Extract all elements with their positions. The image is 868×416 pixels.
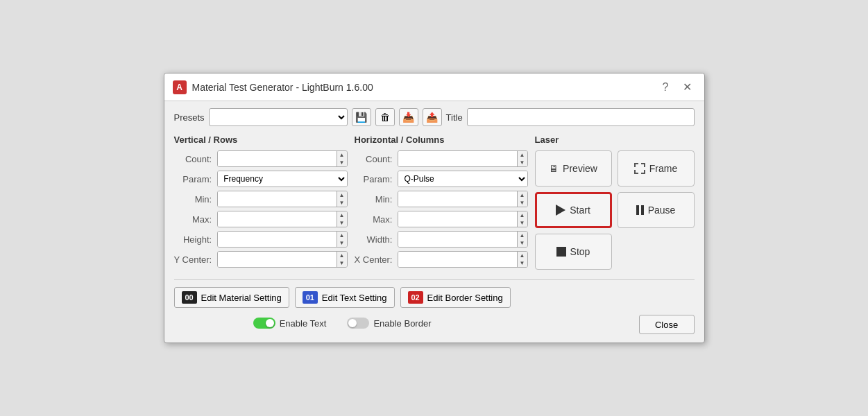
window-body: Presets 💾 🗑 📥 📤 Title Vertical / Rows <box>164 101 704 343</box>
enable-text-knob <box>266 319 274 327</box>
v-ycenter-label: Y Center: <box>174 254 212 265</box>
delete-preset-button[interactable]: 🗑 <box>375 108 395 126</box>
start-button[interactable]: Start <box>535 192 612 228</box>
title-bar: A Material Test Generator - LightBurn 1.… <box>164 73 704 101</box>
laser-section: Laser 🖥 Preview Frame Start <box>535 135 695 270</box>
edit-border-button[interactable]: 02 Edit Border Setting <box>400 287 511 308</box>
v-max-down[interactable]: ▼ <box>337 219 347 227</box>
h-xcenter-spinbox: 55mm ▲ ▼ <box>398 251 527 268</box>
help-button[interactable]: ? <box>658 80 673 95</box>
h-width-down[interactable]: ▼ <box>518 239 527 247</box>
enable-text-track <box>253 318 275 329</box>
h-min-up[interactable]: ▲ <box>518 191 527 199</box>
h-param-select[interactable]: Q-Pulse Speed Power <box>398 171 527 187</box>
title-bar-left: A Material Test Generator - LightBurn 1.… <box>173 80 373 94</box>
v-min-spinbox: 1.0KHz ▲ ▼ <box>217 191 347 207</box>
h-xcenter-input[interactable]: 55mm <box>398 252 516 267</box>
bottom-section: 00 Edit Material Setting 01 Edit Text Se… <box>174 279 695 334</box>
edit-buttons-row: 00 Edit Material Setting 01 Edit Text Se… <box>174 287 511 308</box>
save-preset-button[interactable]: 💾 <box>352 108 371 126</box>
pause-button[interactable]: Pause <box>618 192 695 228</box>
v-count-up[interactable]: ▲ <box>337 151 347 159</box>
v-min-input[interactable]: 1.0KHz <box>218 191 336 207</box>
edit-border-label: Edit Border Setting <box>427 293 503 303</box>
h-max-label: Max: <box>355 214 393 225</box>
v-height-up[interactable]: ▲ <box>337 232 347 239</box>
preview-button[interactable]: 🖥 Preview <box>535 150 612 187</box>
v-height-label: Height: <box>174 234 212 245</box>
stop-label: Stop <box>570 246 590 257</box>
frame-button[interactable]: Frame <box>618 150 695 187</box>
v-count-spinbox: 5 ▲ ▼ <box>217 150 347 167</box>
export-preset-button[interactable]: 📤 <box>423 108 442 126</box>
edit-text-label: Edit Text Setting <box>322 293 387 303</box>
v-min-up[interactable]: ▲ <box>337 191 347 199</box>
h-min-down[interactable]: ▼ <box>518 199 527 207</box>
h-count-input[interactable]: 5 <box>398 151 516 166</box>
presets-row: Presets 💾 🗑 📥 📤 Title <box>174 108 695 126</box>
v-ycenter-down[interactable]: ▼ <box>337 259 347 267</box>
edit-text-button[interactable]: 01 Edit Text Setting <box>295 287 395 308</box>
import-preset-button[interactable]: 📥 <box>399 108 418 126</box>
close-window-button[interactable]: ✕ <box>679 79 696 95</box>
v-param-label: Param: <box>174 174 212 184</box>
v-max-input[interactable]: 100.0KHz <box>218 211 336 227</box>
v-height-down[interactable]: ▼ <box>337 239 347 247</box>
close-button[interactable]: Close <box>639 315 695 334</box>
vertical-section: Vertical / Rows Count: 5 ▲ ▼ Param: Freq… <box>174 135 348 270</box>
horizontal-form: Count: 5 ▲ ▼ Param: Q-Pulse Speed P <box>355 150 528 268</box>
h-width-input[interactable]: 5.00mm <box>398 232 516 247</box>
presets-label: Presets <box>174 112 205 123</box>
h-max-up[interactable]: ▲ <box>518 211 527 219</box>
stop-button[interactable]: Stop <box>535 234 612 270</box>
h-count-spinbox: 5 ▲ ▼ <box>398 150 527 167</box>
v-count-label: Count: <box>174 154 212 164</box>
h-max-input[interactable]: 20.00ns <box>398 211 516 227</box>
h-max-down[interactable]: ▼ <box>518 219 527 227</box>
preview-label: Preview <box>563 163 597 174</box>
v-count-down[interactable]: ▼ <box>337 159 347 166</box>
horizontal-header: Horizontal / Columns <box>355 135 528 145</box>
v-height-input[interactable]: 5.00mm <box>218 232 336 247</box>
v-max-up[interactable]: ▲ <box>337 211 347 219</box>
v-param-combobox: Frequency Speed Power <box>217 171 347 187</box>
edit-material-button[interactable]: 00 Edit Material Setting <box>174 287 289 308</box>
v-param-select[interactable]: Frequency Speed Power <box>218 171 346 187</box>
laser-header: Laser <box>535 135 695 145</box>
v-count-input[interactable]: 5 <box>218 151 336 166</box>
pause-label: Pause <box>648 205 676 216</box>
material-badge: 00 <box>182 291 197 304</box>
h-xcenter-up[interactable]: ▲ <box>518 252 527 259</box>
h-count-label: Count: <box>355 154 393 164</box>
play-icon <box>556 205 565 216</box>
h-width-spinbox: 5.00mm ▲ ▼ <box>398 231 527 248</box>
v-ycenter-up[interactable]: ▲ <box>337 252 347 259</box>
v-max-spinbox: 100.0KHz ▲ ▼ <box>217 211 347 227</box>
frame-icon <box>634 163 645 174</box>
h-width-up[interactable]: ▲ <box>518 232 527 239</box>
main-window: A Material Test Generator - LightBurn 1.… <box>164 73 705 343</box>
title-input[interactable] <box>467 108 695 126</box>
enable-text-toggle-item: Enable Text <box>253 318 327 329</box>
enable-border-label: Enable Border <box>373 318 431 329</box>
v-min-down[interactable]: ▼ <box>337 199 347 207</box>
h-width-label: Width: <box>355 234 393 245</box>
h-xcenter-down[interactable]: ▼ <box>518 259 527 267</box>
text-badge: 01 <box>303 291 318 304</box>
export-icon: 📤 <box>426 112 438 123</box>
toggles-row: Enable Text Enable Border <box>174 318 511 329</box>
border-badge: 02 <box>408 291 423 304</box>
import-icon: 📥 <box>402 112 414 123</box>
h-min-input[interactable]: 1.00ns <box>398 191 516 207</box>
h-xcenter-label: X Center: <box>355 254 393 265</box>
v-ycenter-input[interactable]: 55mm <box>218 252 336 267</box>
app-icon: A <box>173 80 187 94</box>
edit-material-label: Edit Material Setting <box>201 293 282 303</box>
presets-select[interactable] <box>209 108 348 126</box>
enable-border-toggle[interactable] <box>347 318 369 329</box>
enable-text-toggle[interactable] <box>253 318 275 329</box>
horizontal-section: Horizontal / Columns Count: 5 ▲ ▼ Param:… <box>355 135 528 270</box>
h-count-up[interactable]: ▲ <box>518 151 527 159</box>
stop-icon <box>556 247 566 257</box>
h-count-down[interactable]: ▼ <box>518 159 527 166</box>
